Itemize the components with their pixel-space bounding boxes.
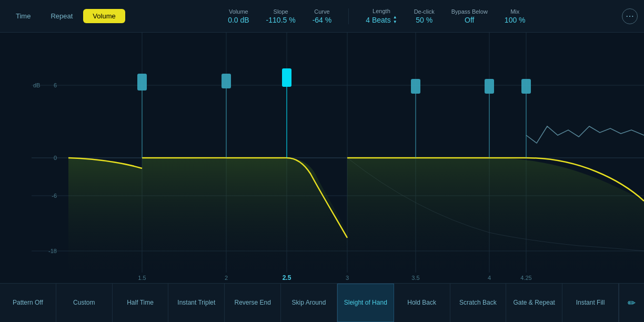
mix-label: Mix: [510, 8, 519, 15]
svg-text:3.5: 3.5: [411, 275, 419, 281]
curve-value[interactable]: -64 %: [313, 16, 332, 24]
preset-sleight-of-hand[interactable]: Sleight of Hand: [337, 284, 394, 322]
svg-rect-35: [521, 79, 531, 94]
header: Time Repeat Volume Volume 0.0 dB Slope -…: [0, 0, 644, 33]
preset-custom[interactable]: Custom: [56, 284, 113, 322]
svg-rect-31: [411, 79, 420, 94]
bypass-label: Bypass Below: [451, 8, 488, 15]
svg-text:4: 4: [488, 275, 491, 281]
param-mix: Mix 100 %: [505, 8, 526, 24]
preset-scratch-back[interactable]: Scratch Back: [450, 284, 507, 322]
tab-time[interactable]: Time: [6, 9, 40, 23]
declick-label: De-click: [414, 8, 435, 15]
declick-value[interactable]: 50 %: [416, 16, 432, 24]
svg-text:-6: -6: [52, 193, 57, 199]
preset-reverse-end[interactable]: Reverse End: [225, 284, 281, 322]
preset-instant-triplet[interactable]: Instant Triplet: [168, 284, 225, 322]
param-volume: Volume 0.0 dB: [228, 8, 249, 24]
svg-text:3: 3: [346, 275, 349, 281]
more-button[interactable]: ⋯: [622, 8, 638, 24]
mix-value[interactable]: 100 %: [505, 16, 526, 24]
preset-pattern-off[interactable]: Pattern Off: [0, 284, 56, 322]
param-group: Volume 0.0 dB Slope -110.5 % Curve -64 %…: [138, 8, 616, 24]
tab-repeat[interactable]: Repeat: [41, 9, 82, 23]
chart-svg: 6 dB 0 -6 -18 1.5 2 2.5 3 3.5 4 4.25: [0, 33, 644, 283]
slope-label: Slope: [274, 8, 288, 15]
param-length: Length 4 Beats ▲▼: [366, 8, 397, 24]
preset-half-time[interactable]: Half Time: [113, 284, 169, 322]
svg-text:2: 2: [225, 275, 228, 281]
svg-text:1.5: 1.5: [138, 275, 146, 281]
svg-text:dB: dB: [33, 82, 40, 88]
param-curve: Curve -64 %: [313, 8, 332, 24]
svg-rect-27: [222, 74, 231, 88]
param-slope: Slope -110.5 %: [266, 8, 296, 24]
svg-rect-25: [137, 74, 147, 90]
length-value[interactable]: 4 Beats ▲▼: [366, 15, 397, 24]
svg-text:-18: -18: [48, 248, 57, 254]
chart-area: 6 dB 0 -6 -18 1.5 2 2.5 3 3.5 4 4.25: [0, 33, 644, 283]
slope-value[interactable]: -110.5 %: [266, 16, 296, 24]
length-label: Length: [373, 8, 390, 14]
curve-label: Curve: [314, 8, 329, 15]
pencil-icon: ✏: [628, 297, 636, 309]
pencil-button[interactable]: ✏: [619, 284, 644, 322]
bypass-value[interactable]: Off: [465, 16, 474, 24]
param-declick: De-click 50 %: [414, 8, 435, 24]
svg-rect-33: [485, 79, 494, 94]
svg-text:0: 0: [54, 155, 57, 161]
preset-skip-around[interactable]: Skip Around: [281, 284, 337, 322]
svg-text:6: 6: [54, 82, 57, 88]
preset-hold-back[interactable]: Hold Back: [394, 284, 450, 322]
svg-text:4.25: 4.25: [520, 275, 531, 281]
length-stepper[interactable]: ▲▼: [393, 15, 397, 24]
tab-group: Time Repeat Volume: [6, 9, 125, 23]
param-bypass-below: Bypass Below Off: [451, 8, 488, 24]
bottom-bar: Pattern Off Custom Half Time Instant Tri…: [0, 283, 644, 322]
volume-value[interactable]: 0.0 dB: [228, 16, 249, 24]
svg-rect-29: [282, 68, 291, 87]
svg-text:2.5: 2.5: [283, 274, 291, 281]
preset-instant-fill[interactable]: Instant Fill: [562, 284, 619, 322]
tab-volume[interactable]: Volume: [83, 9, 125, 23]
volume-label: Volume: [229, 8, 248, 15]
preset-gate-repeat[interactable]: Gate & Repeat: [506, 284, 562, 322]
